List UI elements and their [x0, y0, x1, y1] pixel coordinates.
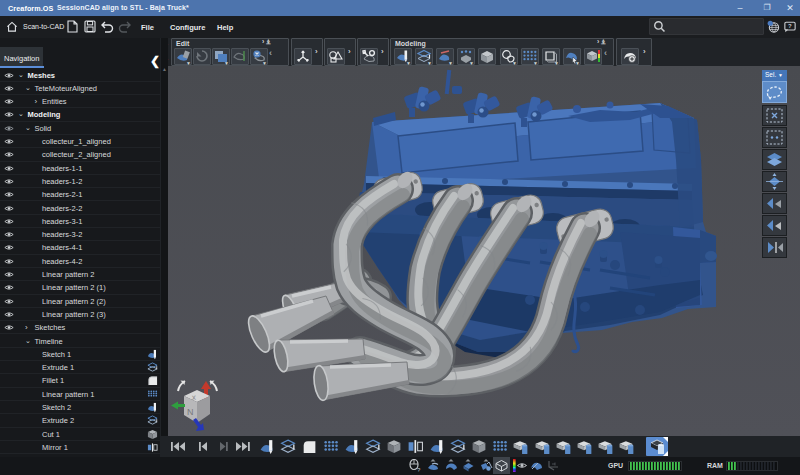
svg-text:?: ?: [788, 23, 792, 29]
svg-text:x: x: [192, 393, 196, 402]
svg-text:N: N: [187, 407, 194, 417]
svg-text:?: ?: [417, 467, 421, 473]
